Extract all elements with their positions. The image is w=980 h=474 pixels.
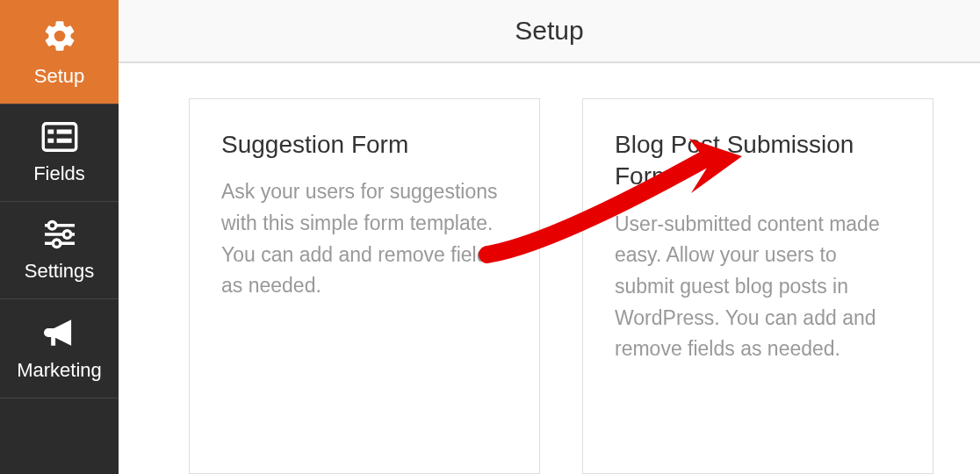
sidebar-item-label: Fields bbox=[33, 162, 85, 185]
page-title: Setup bbox=[515, 16, 583, 46]
svg-point-8 bbox=[63, 231, 71, 239]
template-card-blog-post-submission-form[interactable]: Blog Post Submission Form User-submitted… bbox=[582, 98, 933, 474]
template-card-title: Blog Post Submission Form bbox=[615, 129, 901, 193]
template-card-title: Suggestion Form bbox=[221, 129, 508, 161]
template-card-description: User-submitted content made easy. Allow … bbox=[615, 209, 901, 365]
sidebar-item-label: Setup bbox=[34, 65, 85, 88]
svg-rect-2 bbox=[56, 130, 71, 134]
svg-rect-3 bbox=[47, 139, 54, 143]
sidebar-item-fields[interactable]: Fields bbox=[0, 104, 119, 202]
template-card-description: Ask your users for suggestions with this… bbox=[221, 176, 508, 302]
svg-rect-1 bbox=[47, 130, 54, 134]
sidebar-item-setup[interactable]: Setup bbox=[0, 0, 119, 104]
svg-rect-0 bbox=[43, 124, 76, 151]
main-area: Setup Suggestion Form Ask your users for… bbox=[119, 0, 980, 474]
template-grid: Suggestion Form Ask your users for sugge… bbox=[119, 63, 980, 474]
svg-rect-4 bbox=[56, 139, 71, 143]
app-root: Setup Fields Settings Marketing Setup bbox=[0, 0, 980, 474]
sidebar-item-label: Marketing bbox=[17, 359, 102, 382]
svg-point-10 bbox=[53, 240, 61, 248]
sidebar-item-marketing[interactable]: Marketing bbox=[0, 299, 119, 399]
bullhorn-icon bbox=[41, 317, 78, 352]
page-header: Setup bbox=[119, 0, 980, 63]
sidebar: Setup Fields Settings Marketing bbox=[0, 0, 119, 474]
sidebar-item-label: Settings bbox=[25, 260, 95, 283]
gear-icon bbox=[41, 18, 78, 58]
svg-point-6 bbox=[48, 222, 56, 229]
list-icon bbox=[41, 122, 78, 155]
template-card-suggestion-form[interactable]: Suggestion Form Ask your users for sugge… bbox=[189, 98, 540, 474]
svg-rect-11 bbox=[51, 337, 55, 346]
sliders-icon bbox=[41, 219, 78, 253]
sidebar-item-settings[interactable]: Settings bbox=[0, 202, 119, 299]
